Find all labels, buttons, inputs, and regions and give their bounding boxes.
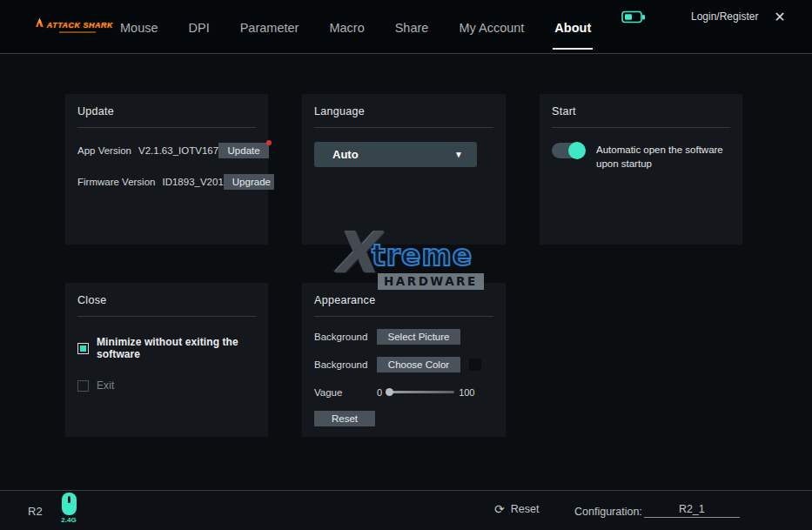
background-picture-row: Background Select Picture <box>314 328 493 345</box>
tab-mouse[interactable]: Mouse <box>118 3 160 50</box>
app-window: ATTACK SHARK Mouse DPI Parameter Macro S… <box>0 0 812 530</box>
update-button-label: Update <box>228 145 260 156</box>
title-bar: ATTACK SHARK Mouse DPI Parameter Macro S… <box>0 0 812 54</box>
tab-my-account[interactable]: My Account <box>457 3 526 50</box>
exit-option-row[interactable]: Exit <box>77 379 256 392</box>
device-profile-label: R2 <box>28 505 43 518</box>
update-notification-dot <box>266 140 272 145</box>
main-nav: Mouse DPI Parameter Macro Share My Accou… <box>118 0 593 54</box>
status-bar: R2 2.4G ⟳ Reset Configuration: R2_1 <box>0 490 812 530</box>
autostart-label: Automatic open the software upon startup <box>596 143 730 171</box>
firmware-version-label: Firmware Version <box>77 177 155 187</box>
divider <box>77 316 256 317</box>
background-picture-label: Background <box>314 332 377 342</box>
appearance-panel-title: Appearance <box>314 294 493 306</box>
tab-dpi[interactable]: DPI <box>187 3 211 50</box>
reset-control[interactable]: ⟳ Reset <box>494 503 539 515</box>
select-picture-button[interactable]: Select Picture <box>377 329 460 345</box>
reset-label: Reset <box>511 503 540 515</box>
exit-option-label: Exit <box>97 379 114 392</box>
minimize-option-label: Minimize without exiting the software <box>97 336 256 360</box>
connection-type-label: 2.4G <box>57 516 80 524</box>
language-panel: Language Auto ▼ <box>302 94 506 245</box>
vague-slider-handle[interactable] <box>386 388 393 396</box>
background-color-row: Background Choose Color <box>314 356 493 372</box>
mouse-wheel-slot <box>68 496 70 503</box>
brand-name: ATTACK SHARK <box>47 21 113 30</box>
mouse-icon <box>62 493 77 515</box>
configuration-label: Configuration: <box>574 506 642 518</box>
vague-slider: 0 100 <box>377 387 474 398</box>
vague-slider-track[interactable] <box>386 391 454 393</box>
divider <box>314 316 493 317</box>
close-panel-title: Close <box>77 294 256 306</box>
shark-fin-icon <box>35 12 44 33</box>
tab-about[interactable]: About <box>553 3 593 50</box>
checkbox-check-fill <box>80 346 86 352</box>
app-version-label: App Version <box>77 145 131 156</box>
login-register-link[interactable]: Login/Register <box>691 10 758 23</box>
tab-share[interactable]: Share <box>393 3 431 50</box>
battery-icon <box>621 10 648 23</box>
tab-macro[interactable]: Macro <box>327 3 366 50</box>
brand-logo: ATTACK SHARK <box>35 12 113 42</box>
configuration-value-field[interactable]: R2_1 <box>644 503 740 518</box>
start-panel-title: Start <box>552 105 730 117</box>
color-swatch[interactable] <box>469 359 481 371</box>
close-window-icon[interactable]: ✕ <box>769 7 790 28</box>
app-version-value: V2.1.63_IOTV167 <box>138 145 218 156</box>
toggle-knob <box>568 142 586 159</box>
vague-label: Vague <box>314 387 377 398</box>
update-panel: Update App Version V2.1.63_IOTV167 Updat… <box>65 94 268 245</box>
firmware-version-value: ID1893_V201 <box>162 177 223 187</box>
choose-color-button[interactable]: Choose Color <box>377 357 460 372</box>
language-panel-title: Language <box>314 105 493 117</box>
chevron-down-icon: ▼ <box>454 150 463 159</box>
close-panel: Close Minimize without exiting the softw… <box>65 283 268 437</box>
divider <box>314 127 493 128</box>
content-area: Update App Version V2.1.63_IOTV167 Updat… <box>0 54 812 490</box>
exit-checkbox[interactable] <box>77 380 89 392</box>
reset-refresh-icon: ⟳ <box>494 503 505 515</box>
minimize-option-row[interactable]: Minimize without exiting the software <box>77 336 256 360</box>
app-version-row: App Version V2.1.63_IOTV167 Update <box>77 142 256 159</box>
configuration-control: Configuration: R2_1 <box>574 503 740 518</box>
divider <box>552 127 730 128</box>
background-color-label: Background <box>314 359 377 370</box>
tab-parameter[interactable]: Parameter <box>238 3 301 50</box>
autostart-row: Automatic open the software upon startup <box>552 143 730 171</box>
firmware-version-row: Firmware Version ID1893_V201 Upgrade <box>77 173 256 191</box>
slider-max-label: 100 <box>459 387 474 398</box>
divider <box>77 127 256 128</box>
appearance-panel: Appearance Background Select Picture Bac… <box>302 283 506 437</box>
language-selected-value: Auto <box>332 148 359 161</box>
minimize-checkbox[interactable] <box>77 343 89 354</box>
autostart-toggle[interactable] <box>552 143 585 158</box>
upgrade-button-label: Upgrade <box>232 177 271 187</box>
start-panel: Start Automatic open the software upon s… <box>540 94 742 245</box>
connected-mouse-indicator[interactable]: 2.4G <box>57 493 80 524</box>
language-dropdown[interactable]: Auto ▼ <box>314 142 477 167</box>
appearance-reset-button[interactable]: Reset <box>314 411 375 426</box>
update-button[interactable]: Update <box>218 143 269 158</box>
brand-tagline-bar <box>59 31 96 33</box>
upgrade-button[interactable]: Upgrade <box>224 174 274 190</box>
slider-min-label: 0 <box>377 387 382 398</box>
update-panel-title: Update <box>77 105 256 117</box>
vague-row: Vague 0 100 <box>314 384 493 400</box>
